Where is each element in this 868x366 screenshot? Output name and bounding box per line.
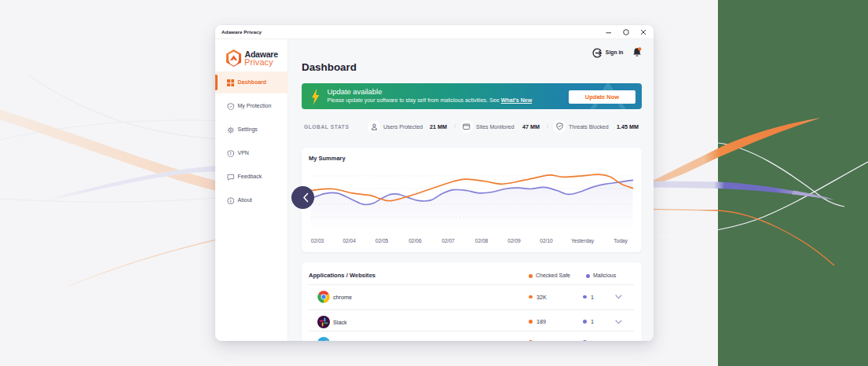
- svg-text:02/04: 02/04: [342, 238, 356, 243]
- svg-text:02/09: 02/09: [507, 238, 521, 243]
- svg-text:02/07: 02/07: [441, 238, 455, 243]
- svg-text:02/08: 02/08: [475, 238, 489, 243]
- svg-text:Today: Today: [613, 238, 628, 244]
- svg-text:02/06: 02/06: [408, 238, 422, 243]
- svg-text:02/10: 02/10: [540, 238, 553, 243]
- svg-text:Yesterday: Yesterday: [571, 238, 595, 244]
- svg-text:02/03: 02/03: [311, 238, 324, 243]
- svg-text:02/05: 02/05: [375, 238, 389, 243]
